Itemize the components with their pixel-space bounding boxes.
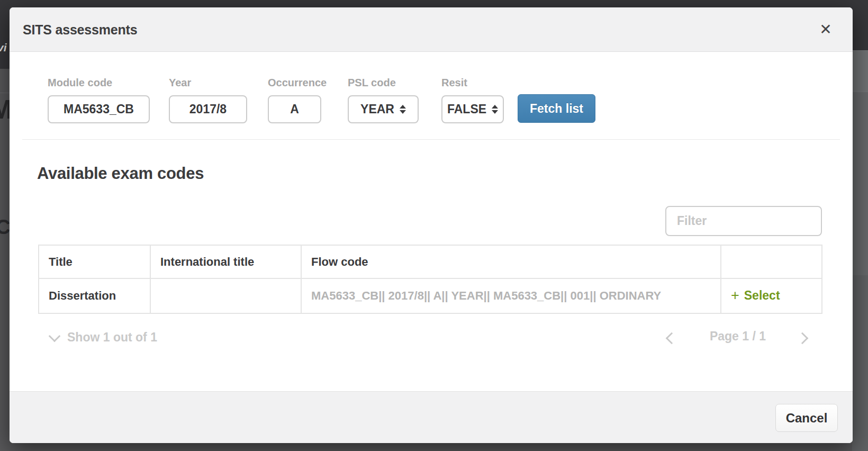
exam-codes-heading: Available exam codes — [37, 164, 204, 183]
resit-selected-value: FALSE — [447, 102, 486, 116]
psl-code-field-group: PSL code YEAR — [348, 77, 419, 123]
column-header-title: Title — [39, 245, 150, 278]
year-label: Year — [169, 77, 247, 89]
column-header-international-title: International title — [150, 245, 301, 278]
fetch-list-button[interactable]: Fetch list — [518, 94, 595, 123]
modal-header: SITS assessments ✕ — [10, 7, 853, 52]
background-strip — [852, 275, 868, 451]
form-divider — [22, 139, 840, 140]
column-header-flow-code: Flow code — [301, 245, 721, 278]
show-count-toggle[interactable]: Show 1 out of 1 — [50, 330, 157, 345]
cancel-button[interactable]: Cancel — [775, 404, 838, 432]
year-field-group: Year — [169, 77, 247, 123]
psl-code-selected-value: YEAR — [360, 102, 394, 116]
cell-flow-code: MA5633_CB|| 2017/8|| A|| YEAR|| MA5633_C… — [301, 278, 721, 313]
resit-select[interactable]: FALSE — [441, 95, 504, 123]
page-indicator: Page 1 / 1 — [707, 329, 769, 344]
cell-international-title — [150, 278, 301, 313]
module-code-field-group: Module code — [48, 77, 150, 123]
next-page-button[interactable] — [798, 334, 807, 344]
sits-assessments-modal: SITS assessments ✕ Module code Year Occu… — [10, 7, 853, 443]
chevron-down-icon — [49, 330, 61, 342]
resit-field-group: Resit FALSE — [441, 77, 504, 123]
exam-codes-table: Title International title Flow code Diss… — [38, 245, 822, 314]
psl-code-label: PSL code — [348, 77, 419, 89]
module-code-input[interactable] — [48, 95, 150, 123]
select-arrows-icon — [400, 105, 406, 114]
chevron-left-icon — [666, 332, 678, 345]
occurrence-label: Occurrence — [268, 77, 327, 89]
background-strip — [852, 50, 868, 92]
show-count-label: Show 1 out of 1 — [67, 330, 157, 345]
select-arrows-icon — [492, 105, 498, 114]
filter-input[interactable] — [665, 206, 822, 236]
select-row-button[interactable]: +Select — [731, 288, 780, 303]
close-icon[interactable]: ✕ — [817, 21, 835, 39]
resit-label: Resit — [441, 77, 504, 89]
background-divider — [0, 93, 10, 93]
occurrence-field-group: Occurrence — [268, 77, 327, 123]
table-header-row: Title International title Flow code — [39, 245, 822, 278]
modal-title: SITS assessments — [23, 7, 137, 52]
column-header-action — [721, 245, 822, 278]
occurrence-input[interactable] — [268, 95, 321, 123]
previous-page-button[interactable] — [667, 334, 676, 344]
background-strip — [852, 92, 868, 276]
select-label: Select — [744, 288, 780, 303]
plus-icon: + — [731, 290, 739, 301]
background-nav-text-fragment: vi — [0, 41, 7, 54]
modal-footer: Cancel — [10, 391, 853, 443]
chevron-right-icon — [797, 332, 809, 345]
year-input[interactable] — [169, 95, 247, 123]
cell-title: Dissertation — [39, 278, 150, 313]
module-code-label: Module code — [48, 77, 150, 89]
table-row: Dissertation MA5633_CB|| 2017/8|| A|| YE… — [39, 278, 822, 313]
background-subheading-fragment: C — [0, 216, 10, 239]
cell-action: +Select — [721, 278, 822, 313]
psl-code-select[interactable]: YEAR — [348, 95, 419, 123]
